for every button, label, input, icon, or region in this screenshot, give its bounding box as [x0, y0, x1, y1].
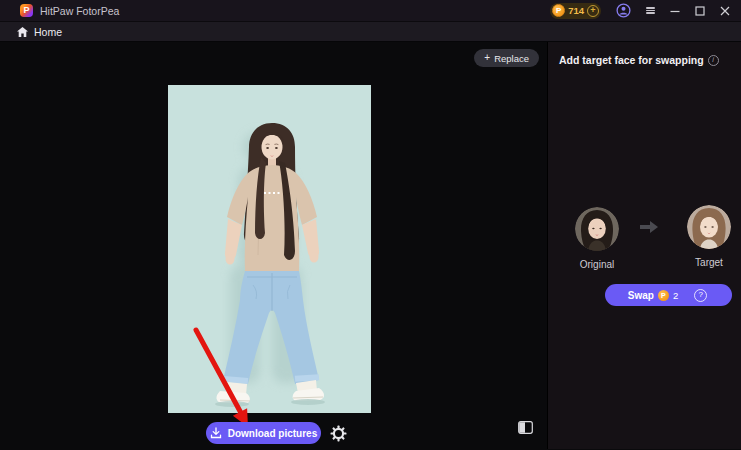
target-face-thumbnail[interactable] [687, 205, 731, 249]
replace-button-label: Replace [494, 53, 529, 64]
menu-icon[interactable] [646, 6, 655, 15]
compare-split-icon [518, 421, 533, 434]
face-swap-panel: Add target face for swapping i [547, 42, 741, 449]
original-face-thumbnail[interactable] [575, 207, 619, 251]
titlebar-right-cluster: P 714 + [550, 3, 741, 19]
download-pictures-button[interactable]: Download pictures [206, 422, 321, 444]
settings-button[interactable] [329, 424, 347, 442]
maximize-icon[interactable] [695, 6, 705, 16]
swap-button[interactable]: Swap P 2 ? [605, 284, 732, 306]
app-title: HitPaw FotorPea [40, 5, 119, 17]
main-area: + Replace [0, 42, 741, 449]
help-icon[interactable]: ? [694, 289, 707, 302]
add-coins-icon[interactable]: + [587, 5, 599, 17]
plus-icon: + [484, 53, 490, 63]
panel-title-text: Add target face for swapping [559, 54, 704, 66]
target-label: Target [679, 257, 739, 268]
tab-bar: Home [0, 22, 741, 42]
panel-title: Add target face for swapping i [559, 54, 719, 66]
home-tab-label: Home [34, 26, 62, 38]
coin-count: 714 [568, 5, 584, 16]
info-icon[interactable]: i [708, 55, 719, 66]
swap-coin-icon: P [658, 290, 669, 301]
edited-photo[interactable] [168, 85, 371, 413]
app-logo-icon: P [20, 4, 33, 17]
editor-canvas: + Replace [0, 42, 547, 449]
gear-icon [330, 425, 347, 442]
swap-cost: 2 [673, 290, 678, 301]
titlebar: P HitPaw FotorPea P 714 + [0, 0, 741, 22]
coin-balance-badge[interactable]: P 714 + [550, 3, 601, 19]
download-icon [210, 427, 222, 439]
home-icon [17, 27, 28, 37]
account-icon[interactable] [616, 3, 631, 18]
tab-home[interactable]: Home [17, 26, 62, 38]
close-icon[interactable] [720, 6, 730, 16]
original-label: Original [567, 259, 627, 270]
replace-button[interactable]: + Replace [474, 49, 539, 67]
swap-button-label: Swap [628, 290, 654, 301]
compare-view-button[interactable] [517, 419, 534, 435]
minimize-icon[interactable] [670, 6, 680, 16]
app-window: P HitPaw FotorPea P 714 + [0, 0, 741, 450]
swap-direction-arrow-icon [638, 220, 660, 234]
coin-icon: P [552, 4, 565, 17]
download-button-label: Download pictures [228, 428, 317, 439]
